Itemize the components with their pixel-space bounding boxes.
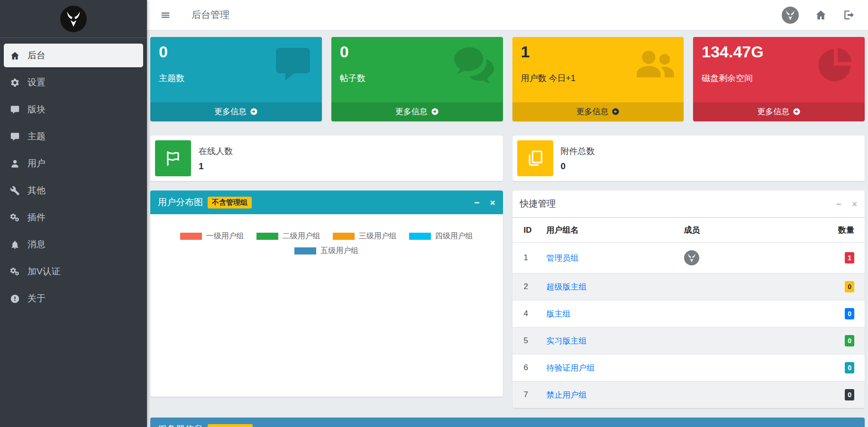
more-info-label: 更多信息 (757, 106, 789, 117)
usergroup-id: 7 (512, 382, 542, 409)
usergroup-link[interactable]: 管理员组 (547, 254, 579, 263)
legend-swatch (294, 247, 316, 254)
more-info-link[interactable]: 更多信息 (693, 102, 865, 121)
sidebar-item-label: 加V认证 (27, 265, 61, 278)
sidebar-item[interactable]: 用户 (4, 152, 143, 175)
avatar-icon[interactable] (782, 7, 799, 24)
comment-icon (9, 131, 21, 142)
menu-icon[interactable] (160, 10, 171, 20)
legend-item: 三级用户组 (333, 231, 397, 241)
stat-label: 用户数 今日+1 (521, 73, 676, 84)
usergroup-link[interactable]: 禁止用户组 (547, 391, 587, 400)
gear-icon (9, 77, 21, 88)
stat-value: 0 (159, 43, 313, 61)
stat-card: 0 主题数 更多信息 (150, 37, 322, 121)
column-count: 数量 (822, 218, 865, 243)
sidebar-item[interactable]: 加V认证 (4, 260, 143, 283)
wrench-icon (9, 185, 21, 196)
panel-title: 服务器信息 (158, 423, 203, 427)
phpinfo-badge[interactable]: [PHPINFO] (208, 424, 253, 427)
more-info-link[interactable]: 更多信息 (331, 102, 503, 121)
info-box: 附件总数 0 (512, 136, 865, 181)
info-box-text: 附件总数 0 (561, 145, 595, 172)
more-info-label: 更多信息 (576, 106, 608, 117)
minimize-button[interactable]: − (836, 200, 841, 209)
stat-card-body: 134.47G 磁盘剩余空间 (693, 37, 865, 102)
usergroup-link[interactable]: 待验证用户组 (547, 363, 595, 372)
user-distribution-panel: 用户分布图 不含管理组 − × 一级用户组 (150, 191, 503, 397)
flag-icon (155, 140, 191, 176)
minimize-button[interactable]: − (474, 198, 479, 207)
quick-manage-header: 快捷管理 − × (512, 191, 865, 218)
count-badge: 0 (845, 389, 854, 400)
brand[interactable] (0, 0, 147, 38)
count-badge: 0 (845, 308, 854, 319)
legend-swatch (409, 233, 431, 240)
chart-body: 一级用户组 二级用户组 三级用户组 (150, 214, 503, 397)
legend-swatch (333, 233, 355, 240)
signout-icon[interactable] (843, 9, 855, 21)
info-box: 在线人数 1 (150, 136, 503, 181)
sidebar-item[interactable]: 插件 (4, 206, 143, 229)
sidebar: 后台 设置 版块 主题 用户 其他 (0, 0, 147, 427)
copy-icon (517, 140, 553, 176)
exclude-admin-badge: 不含管理组 (208, 197, 252, 209)
sidebar-item[interactable]: 消息 (4, 233, 143, 256)
server-info-header: 服务器信息 [PHPINFO] − × (150, 418, 865, 427)
close-button[interactable]: × (852, 200, 857, 209)
sidebar-item[interactable]: 后台 (4, 44, 143, 67)
close-button[interactable]: × (852, 425, 857, 427)
info-box-label: 附件总数 (561, 145, 595, 157)
usergroup-link[interactable]: 版主组 (547, 309, 571, 318)
usergroup-link[interactable]: 实习版主组 (547, 336, 587, 345)
sidebar-item-label: 消息 (27, 238, 46, 251)
panel-title: 快捷管理 (520, 198, 556, 210)
legend-item: 四级用户组 (409, 231, 473, 241)
minimize-button[interactable]: − (836, 425, 841, 427)
sidebar-item[interactable]: 其他 (4, 179, 143, 202)
stat-value: 1 (521, 43, 676, 61)
column-id: ID (512, 218, 542, 243)
usergroup-row: 5 实习版主组 0 (512, 327, 865, 354)
stat-cards-row: 0 主题数 更多信息 0 帖子数 (150, 37, 865, 121)
cogs-icon (9, 212, 21, 223)
avatar-icon (684, 250, 817, 265)
sidebar-item[interactable]: 关于 (4, 287, 143, 310)
close-button[interactable]: × (490, 198, 495, 207)
legend-label: 一级用户组 (206, 231, 244, 241)
user-icon (9, 158, 21, 169)
panel-tools: − × (836, 425, 857, 427)
usergroup-row: 1 管理员组 1 (512, 243, 865, 273)
chart-legend: 一级用户组 二级用户组 三级用户组 (150, 231, 503, 256)
sidebar-item-label: 后台 (27, 49, 46, 62)
legend-label: 四级用户组 (435, 231, 473, 241)
sidebar-menu: 后台 设置 版块 主题 用户 其他 (0, 38, 147, 319)
panel-tools: − × (836, 200, 857, 209)
bell-icon (9, 239, 21, 250)
home-icon[interactable] (815, 9, 827, 21)
sidebar-item[interactable]: 版块 (4, 98, 143, 121)
arrow-circle-right-icon (793, 108, 801, 116)
more-info-link[interactable]: 更多信息 (512, 102, 684, 121)
usergroup-row: 4 版主组 0 (512, 300, 865, 327)
column-name: 用户组名 (542, 218, 679, 243)
panels-row: 用户分布图 不含管理组 − × 一级用户组 (150, 191, 865, 408)
sidebar-item[interactable]: 主题 (4, 125, 143, 148)
more-info-link[interactable]: 更多信息 (150, 102, 322, 121)
usergroup-id: 5 (512, 327, 542, 354)
info-box-value: 1 (199, 161, 233, 172)
usergroup-id: 6 (512, 354, 542, 382)
user-distribution-header: 用户分布图 不含管理组 − × (150, 191, 503, 214)
more-info-label: 更多信息 (214, 106, 247, 117)
sidebar-item-label: 用户 (27, 157, 46, 170)
usergroup-id: 2 (512, 273, 542, 300)
legend-swatch (256, 233, 278, 240)
legend-label: 三级用户组 (359, 231, 397, 241)
sidebar-item[interactable]: 设置 (4, 71, 143, 94)
usergroup-link[interactable]: 超级版主组 (547, 282, 587, 291)
quick-manage-panel: 快捷管理 − × ID 用户组名 成员 数量 (512, 191, 865, 408)
info-icon (9, 293, 21, 304)
logo-icon (60, 6, 87, 32)
legend-label: 五级用户组 (320, 246, 358, 256)
stat-card: 1 用户数 今日+1 更多信息 (512, 37, 684, 121)
